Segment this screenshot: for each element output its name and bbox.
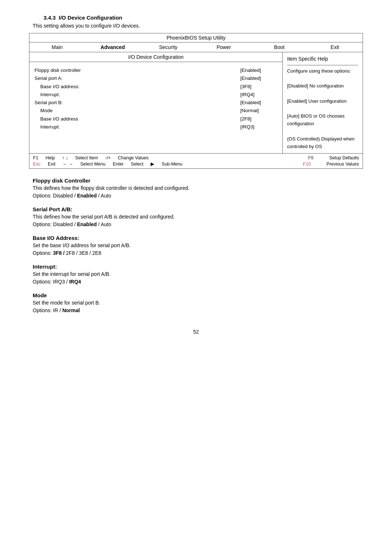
footer-updown-arrows: ↑ ↓ <box>62 155 68 160</box>
setting-label-interrupt-a: Interrupt: <box>34 91 237 99</box>
help-line-2: [Disabled] No configuration <box>287 82 358 90</box>
bios-settings-rows: Floppy disk controller Serial port A: Ba… <box>34 66 277 131</box>
setting-label-base-io-b: Base I/O address <box>34 115 237 123</box>
page-number: 52 <box>29 329 363 335</box>
setting-value-serial-a: [Enabled] <box>240 74 277 82</box>
desc-floppy-disk: Floppy disk Controller This defines how … <box>29 177 363 200</box>
setting-value-interrupt-b: [IRQ3] <box>240 123 277 131</box>
menu-item-exit[interactable]: Exit <box>307 44 363 51</box>
footer-setup-defaults-label: Setup Defaults <box>329 155 359 160</box>
desc-mode-title: Mode <box>33 292 363 298</box>
setting-label-interrupt-b: Interrupt: <box>34 123 237 131</box>
footer-dash-plus: -/+ <box>105 155 111 160</box>
desc-serial-port: Serial Port A/B: This defines how the se… <box>29 206 363 228</box>
footer-select-label: Select <box>131 162 144 167</box>
footer-esc-key: Esc <box>33 162 41 167</box>
bios-menu-bar: Main Advanced Security Power Boot Exit <box>29 42 363 52</box>
menu-item-main[interactable]: Main <box>29 44 85 51</box>
footer-f1-key: F1 <box>33 155 38 160</box>
bios-help-text: Configure using these options: [Disabled… <box>287 68 358 151</box>
setting-value-interrupt-a: [IRQ4] <box>240 91 277 99</box>
footer-enter-key: Enter <box>113 162 124 167</box>
bios-left-panel: I/O Device Configuration Floppy disk con… <box>29 52 283 153</box>
desc-base-io: Base I/O Address: Set the base I/O addre… <box>29 235 363 257</box>
section-title: 3.4.3 I/O Device Configuration <box>29 15 363 21</box>
desc-base-io-title: Base I/O Address: <box>33 235 363 241</box>
help-line-1: Configure using these options: <box>287 68 358 75</box>
setting-value-base-io-b: [2F8] <box>240 115 277 123</box>
help-line-3: [Enabled] User configuration <box>287 98 358 105</box>
setting-value-serial-b: [Enabled] <box>240 99 277 107</box>
desc-interrupt-title: Interrupt: <box>33 264 363 270</box>
footer-exit-label: Exit <box>48 162 56 167</box>
menu-item-power[interactable]: Power <box>196 44 252 51</box>
desc-serial-port-title: Serial Port A/B: <box>33 206 363 212</box>
footer-submenu-arrow: ▶ <box>151 161 154 167</box>
bios-settings-labels: Floppy disk controller Serial port A: Ba… <box>34 66 237 131</box>
setting-label-base-io-a: Base I/O address: <box>34 83 237 91</box>
setting-value-mode: [Normal] <box>240 107 277 115</box>
desc-serial-port-body: This defines how the serial port A/B is … <box>33 213 363 228</box>
menu-item-boot[interactable]: Boot <box>252 44 307 51</box>
bios-box: PhoenixBIOS Setup Utility Main Advanced … <box>29 33 363 169</box>
footer-submenu-label: Sub-Menu <box>162 162 183 167</box>
bios-footer-row2: Esc Exit ← → Select Menu Enter Select ▶ … <box>33 161 359 167</box>
desc-floppy-disk-title: Floppy disk Controller <box>33 177 363 184</box>
bios-settings-values: [Enabled] [Enabled] [3F8] [IRQ4] [Enable… <box>237 66 277 131</box>
setting-value-base-io-a: [3F8] <box>240 83 277 91</box>
setting-label-serial-b: Serial port B: <box>34 99 237 107</box>
footer-previous-values-label: Previous Values <box>327 162 359 167</box>
desc-base-io-body: Set the base I/O address for serial port… <box>33 242 363 257</box>
desc-mode: Mode Set the mode for serial port B. Opt… <box>29 292 363 314</box>
setting-label-serial-a: Serial port A: <box>34 74 237 82</box>
footer-select-item-label: Select Item <box>75 155 98 160</box>
desc-mode-body: Set the mode for serial port B. Options:… <box>33 299 363 314</box>
bios-content-area: I/O Device Configuration Floppy disk con… <box>29 52 363 153</box>
bios-right-panel: Item Specific Help Configure using these… <box>283 52 363 153</box>
footer-lr-arrows: ← → <box>63 162 73 167</box>
page-container: 3.4.3 I/O Device Configuration This sett… <box>29 15 363 335</box>
footer-f10-key: F10 <box>303 162 311 167</box>
footer-change-values-label: Change Values <box>118 155 149 160</box>
bios-left-header: I/O Device Configuration <box>29 52 282 62</box>
bios-footer-row1: F1 Help ↑ ↓ Select Item -/+ Change Value… <box>33 155 359 160</box>
menu-item-security[interactable]: Security <box>140 44 196 51</box>
bios-title-bar: PhoenixBIOS Setup Utility <box>29 33 363 42</box>
setting-label-mode: Mode <box>34 107 237 115</box>
setting-value-floppy: [Enabled] <box>240 66 277 74</box>
bios-right-header: Item Specific Help <box>287 55 358 65</box>
bios-left-body: Floppy disk controller Serial port A: Ba… <box>29 62 282 135</box>
desc-floppy-disk-body: This defines how the floppy disk control… <box>33 184 363 200</box>
section-intro: This setting allows you to configure I/O… <box>29 23 363 29</box>
footer-help-label: Help <box>46 155 55 160</box>
setting-label-floppy: Floppy disk controller <box>34 66 237 74</box>
footer-select-menu-label: Select Menu <box>80 162 105 167</box>
desc-interrupt-body: Set the interrupt for serial port A/B. O… <box>33 270 363 286</box>
footer-f9-key: F9 <box>308 155 314 160</box>
help-line-5: (OS Controlled) Displayed when controlle… <box>287 135 358 151</box>
menu-item-advanced[interactable]: Advanced <box>85 44 140 51</box>
desc-interrupt: Interrupt: Set the interrupt for serial … <box>29 264 363 286</box>
bios-footer: F1 Help ↑ ↓ Select Item -/+ Change Value… <box>29 153 363 168</box>
help-line-4: [Auto] BIOS or OS chooses configuration <box>287 113 358 128</box>
